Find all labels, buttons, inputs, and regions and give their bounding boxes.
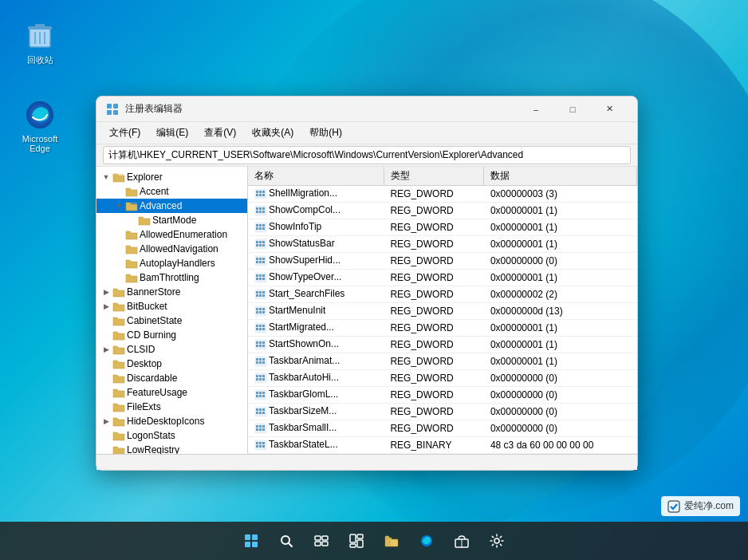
svg-rect-91 [262,375,265,377]
table-row[interactable]: StartMenuInitREG_DWORD0x0000000d (13) [248,303,637,320]
tree-item-logonstats[interactable]: LogonStats [96,428,247,443]
table-row[interactable]: TaskbarGlomL...REG_DWORD0x00000000 (0) [248,387,637,404]
edge-label: Microsoft Edge [15,134,65,153]
tree-item-cdburning[interactable]: CD Burning [96,328,247,342]
watermark-text: 爱纯净.com [684,500,734,511]
entry-type: REG_DWORD [384,370,484,387]
tree-item-desktop[interactable]: Desktop [96,357,247,371]
edge-taskbar-button[interactable] [411,525,443,557]
table-row[interactable]: TaskbarStateL...REG_BINARY48 c3 da 60 00… [248,437,637,454]
tree-panel[interactable]: ▼ Explorer Accent ▼ [96,167,248,454]
table-row[interactable]: ShellMigration...REG_DWORD0x00000003 (3) [248,186,637,203]
entries-panel[interactable]: 名称 类型 数据 ShellMigration...REG_DWORD0x000… [248,167,637,454]
store-taskbar-button[interactable] [446,525,478,557]
table-row[interactable]: StartMigrated...REG_DWORD0x00000001 (1) [248,320,637,337]
table-row[interactable]: Start_SearchFilesREG_DWORD0x00000002 (2) [248,286,637,303]
svg-rect-56 [262,291,265,294]
recycle-bin-label: 回收站 [27,54,53,66]
address-bar: 计算机\HKEY_CURRENT_USER\Software\Microsoft… [96,144,637,167]
svg-rect-105 [262,408,265,411]
settings-taskbar-button[interactable] [481,525,513,557]
svg-rect-21 [262,207,265,210]
tree-item-cabinet[interactable]: CabinetState [96,314,247,328]
svg-rect-73 [262,328,265,330]
reg-dword-icon [254,238,267,250]
svg-rect-120 [256,445,258,448]
menu-item[interactable]: 收藏夹(A) [246,124,300,141]
entry-type: REG_DWORD [384,420,484,437]
tree-item-discardable[interactable]: Discardable [96,371,247,385]
close-button[interactable]: ✕ [591,97,628,122]
svg-rect-76 [259,341,262,344]
folder-icon [112,357,125,370]
search-taskbar-button[interactable] [270,525,302,557]
start-button[interactable] [235,525,267,557]
svg-rect-19 [256,207,258,210]
reg-dword-icon [254,288,267,301]
svg-rect-33 [256,241,258,243]
address-input[interactable]: 计算机\HKEY_CURRENT_USER\Software\Microsoft… [103,146,631,164]
entry-data: 0x00000001 (1) [484,219,637,236]
registry-editor-window: 注册表编辑器 – □ ✕ 文件(F)编辑(E)查看(V)收藏夹(A)帮助(H) … [96,96,638,471]
table-row[interactable]: TaskbarAnimat...REG_DWORD0x00000001 (1) [248,353,637,370]
tree-item-autoplay[interactable]: AutoplayHandlers [96,256,247,270]
table-row[interactable]: TaskbarAutoHi...REG_DWORD0x00000000 (0) [248,370,637,387]
maximize-button[interactable]: □ [554,97,591,122]
tree-item-advanced[interactable]: ▼ Advanced [96,199,247,213]
entry-data: 0x00000000 (0) [484,387,637,404]
tree-item-allowed-enum[interactable]: AllowedEnumeration [96,227,247,242]
table-row[interactable]: ShowTypeOver...REG_DWORD0x00000001 (1) [248,270,637,286]
explorer-taskbar-button[interactable] [376,525,407,557]
table-row[interactable]: ShowInfoTipREG_DWORD0x00000001 (1) [248,219,637,236]
svg-rect-83 [259,358,262,361]
svg-point-157 [494,538,499,543]
reg-dword-icon [254,422,267,435]
entry-data: 0x0000000d (13) [484,303,637,320]
menu-item[interactable]: 文件(F) [103,124,147,141]
edge-desktop-icon[interactable]: Microsoft Edge [12,96,68,156]
table-row[interactable]: StartShownOn...REG_DWORD0x00000001 (1) [248,337,637,353]
table-row[interactable]: TaskbarSizeM...REG_DWORD0x00000000 (0) [248,404,637,420]
svg-rect-92 [256,378,258,381]
main-content: ▼ Explorer Accent ▼ [96,167,637,454]
tree-item-clsid[interactable]: ▶ CLSID [96,342,247,357]
tree-item-lowregistry[interactable]: LowRegistry [96,443,247,454]
tree-item-startmode[interactable]: StartMode [96,213,247,227]
tree-label: CD Burning [127,329,176,341]
expand-icon: ▶ [100,286,112,298]
minimize-button[interactable]: – [518,97,554,122]
svg-rect-24 [262,211,265,213]
entry-name: ShowCompCol... [248,203,384,219]
tree-item-allowed-nav[interactable]: AllowedNavigation [96,242,247,256]
menu-item[interactable]: 查看(V) [198,124,242,141]
entry-type: REG_DWORD [384,303,484,320]
svg-rect-29 [256,227,258,230]
svg-rect-158 [668,501,679,512]
tree-item-fileexts[interactable]: FileExts [96,400,247,414]
tree-label: LogonStats [127,430,175,441]
svg-rect-119 [262,442,265,444]
tree-item-accent[interactable]: Accent [96,184,247,199]
tree-item-bitbucket[interactable]: ▶ BitBucket [96,299,247,314]
svg-rect-66 [262,311,265,314]
table-row[interactable]: ShowCompCol...REG_DWORD0x00000001 (1) [248,203,637,219]
entry-name: TaskbarSizeM... [248,404,384,420]
tree-item-banner[interactable]: ▶ BannerStore [96,285,247,299]
taskview-button[interactable] [305,525,337,557]
reg-dword-icon [254,388,267,401]
table-row[interactable]: TaskbarSmallI...REG_DWORD0x00000000 (0) [248,420,637,437]
menu-item[interactable]: 帮助(H) [303,124,348,141]
recycle-bin-icon[interactable]: 回收站 [12,16,68,69]
widgets-button[interactable] [341,525,372,557]
table-row[interactable]: ShowSuperHid...REG_DWORD0x00000000 (0) [248,253,637,270]
table-row[interactable]: ShowStatusBarREG_DWORD0x00000001 (1) [248,236,637,253]
svg-rect-110 [256,425,258,428]
tree-item-bam[interactable]: BamThrottling [96,270,247,285]
menu-item[interactable]: 编辑(E) [150,124,195,141]
tree-item-explorer[interactable]: ▼ Explorer [96,170,247,184]
entry-type: REG_DWORD [384,387,484,404]
tree-item-featureusage[interactable]: FeatureUsage [96,385,247,400]
svg-rect-23 [259,211,262,213]
tree-item-hidedesktop[interactable]: ▶ HideDesktopIcons [96,414,247,428]
svg-rect-89 [256,375,258,377]
